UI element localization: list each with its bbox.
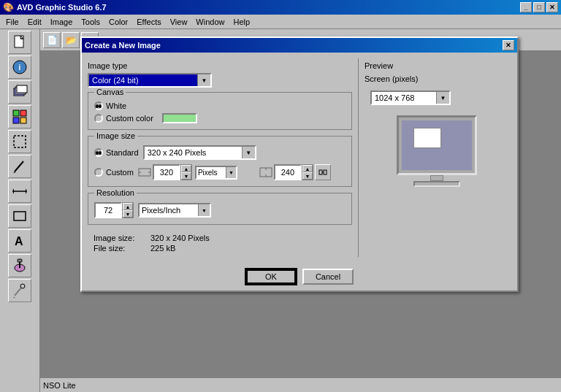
height-down-button[interactable]: ▼ (302, 172, 313, 180)
svg-rect-7 (17, 85, 27, 93)
image-size-group-label: Image size (94, 131, 137, 140)
svg-line-13 (15, 161, 23, 172)
tool-rect[interactable] (8, 204, 31, 228)
app-icon: 🎨 (3, 2, 14, 12)
dialog-close-button[interactable]: ✕ (503, 40, 514, 50)
tool-line[interactable] (8, 180, 31, 203)
info-section: Image size: 320 x 240 Pixels File size: … (88, 231, 352, 257)
menu-effects[interactable]: Effects (132, 16, 165, 28)
width-icon (138, 167, 151, 177)
menu-color[interactable]: Color (104, 16, 132, 28)
canvas-color-swatch[interactable] (162, 113, 197, 123)
dialog-title-bar: Create a New Image ✕ (82, 38, 517, 53)
menu-image[interactable]: Image (46, 16, 77, 28)
screen-size-row: Screen (pixels) (365, 74, 508, 83)
file-size-info-value: 225 kB (150, 244, 175, 253)
app-title-bar: 🎨 AVD Graphic Studio 6.7 (3, 2, 107, 12)
close-app-button[interactable]: ✕ (546, 2, 558, 12)
tool-text[interactable]: A (8, 229, 31, 253)
tool-layer[interactable] (8, 80, 31, 104)
canvas-white-radio[interactable] (94, 101, 103, 110)
new-doc-icon (12, 35, 27, 50)
resolution-up-button[interactable]: ▲ (123, 203, 133, 210)
width-up-button[interactable]: ▲ (181, 165, 191, 172)
menu-view[interactable]: View (166, 16, 192, 28)
aspect-ratio-button[interactable] (315, 164, 331, 180)
image-type-arrow[interactable]: ▼ (197, 74, 210, 86)
monitor-container (365, 112, 508, 190)
monitor (397, 115, 477, 187)
link-icon (318, 167, 328, 177)
menu-tools[interactable]: Tools (77, 16, 104, 28)
effects-icon (12, 109, 28, 125)
dialog-left-panel: Image type Color (24 bit) ▼ Canvas (88, 58, 352, 257)
svg-rect-32 (319, 170, 322, 174)
monitor-screen (397, 115, 477, 175)
monitor-screen-area (402, 120, 472, 170)
svg-marker-25 (13, 297, 15, 298)
tool-effects[interactable] (8, 105, 31, 128)
custom-size-controls: ▲ ▼ Pixels ▼ (138, 164, 237, 180)
ok-button[interactable]: OK (245, 269, 297, 285)
standard-row: Standard 320 x 240 Pixels ▼ (94, 145, 346, 160)
app-title: AVD Graphic Studio 6.7 (17, 3, 107, 12)
width-spin-buttons: ▲ ▼ (180, 164, 192, 180)
screen-size-label: Screen (pixels) (365, 74, 418, 83)
standard-dropdown[interactable]: 320 x 240 Pixels ▼ (143, 145, 256, 160)
canvas-custom-radio[interactable] (94, 114, 103, 123)
maximize-button[interactable]: □ (533, 2, 545, 12)
height-spin-buttons: ▲ ▼ (302, 164, 313, 180)
custom-row: Custom (94, 164, 346, 180)
height-up-button[interactable]: ▲ (302, 165, 313, 172)
unit-arrow[interactable]: ▼ (226, 167, 236, 178)
image-type-value: Color (24 bit) (89, 74, 197, 86)
minimize-button[interactable]: _ (520, 2, 532, 12)
file-size-info-row: File size: 225 kB (94, 244, 346, 253)
svg-marker-14 (13, 172, 16, 173)
custom-radio[interactable] (94, 168, 103, 177)
dialog-title: Create a New Image (85, 41, 161, 50)
resolution-group: Resolution ▲ ▼ Pixe (88, 193, 352, 225)
tool-info[interactable]: i (8, 55, 31, 79)
menu-edit[interactable]: Edit (23, 16, 46, 28)
tool-eyedrop[interactable] (8, 279, 31, 302)
svg-rect-11 (20, 118, 26, 123)
resolution-input[interactable] (94, 202, 122, 218)
menu-file[interactable]: File (1, 16, 23, 28)
menu-window[interactable]: Window (191, 16, 229, 28)
svg-rect-10 (13, 118, 19, 123)
screen-size-arrow[interactable]: ▼ (436, 92, 449, 104)
standard-arrow[interactable]: ▼ (242, 147, 255, 158)
svg-point-24 (20, 284, 25, 288)
svg-rect-9 (20, 110, 26, 116)
width-input[interactable] (153, 164, 180, 180)
modal-overlay: Create a New Image ✕ Image type Color (2… (40, 29, 561, 392)
canvas-custom-label: Custom color (106, 114, 153, 123)
unit-dropdown[interactable]: Pixels ▼ (195, 166, 237, 180)
custom-option[interactable]: Custom (94, 168, 134, 177)
menu-help[interactable]: Help (229, 16, 254, 28)
standard-option[interactable]: Standard (94, 148, 139, 157)
tool-new[interactable] (8, 31, 31, 54)
standard-radio[interactable] (94, 148, 103, 157)
svg-marker-17 (26, 188, 27, 194)
menu-bar: File Edit Image Tools Color Effects View… (0, 15, 561, 29)
canvas-group-label: Canvas (94, 88, 126, 96)
screen-size-dropdown[interactable]: 1024 x 768 ▼ (370, 91, 451, 105)
image-type-dropdown[interactable]: Color (24 bit) ▼ (88, 73, 212, 88)
resolution-unit-dropdown[interactable]: Pixels/Inch ▼ (138, 203, 211, 218)
canvas-custom-option[interactable]: Custom color (94, 113, 346, 123)
resolution-unit-arrow[interactable]: ▼ (198, 204, 210, 216)
canvas-white-option[interactable]: White (94, 101, 346, 110)
width-down-button[interactable]: ▼ (181, 172, 191, 180)
tool-pencil[interactable] (8, 155, 31, 178)
pencil-icon (12, 158, 28, 174)
resolution-down-button[interactable]: ▼ (123, 210, 133, 218)
svg-rect-22 (18, 259, 22, 262)
cancel-button[interactable]: Cancel (302, 269, 354, 285)
resolution-spinner: ▲ ▼ (94, 202, 134, 218)
canvas-group: Canvas White Custom (88, 92, 352, 130)
tool-select[interactable] (8, 130, 31, 153)
tool-paint[interactable] (8, 254, 31, 277)
height-input[interactable] (274, 164, 302, 180)
